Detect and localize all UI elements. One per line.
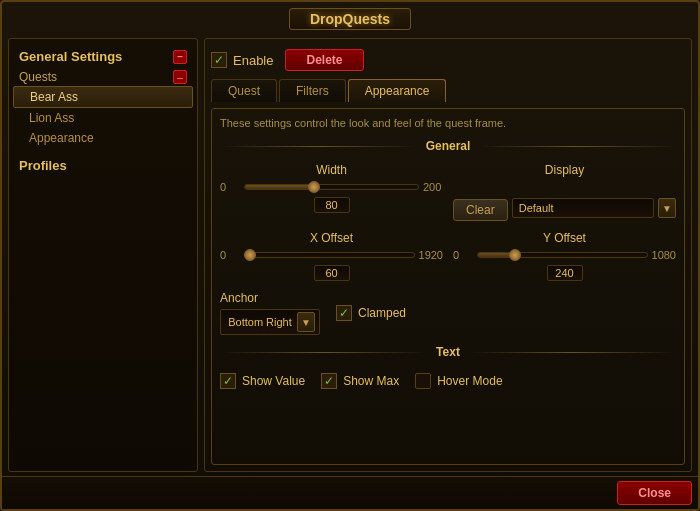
content-area: These settings control the look and feel… [211, 108, 685, 465]
x-offset-min: 0 [220, 249, 240, 261]
enable-label: Enable [233, 53, 273, 68]
tabs-row: Quest Filters Appearance [211, 79, 685, 102]
anchor-label: Anchor [220, 291, 320, 305]
x-offset-slider[interactable] [244, 252, 415, 258]
close-button[interactable]: Close [617, 481, 692, 505]
main-window: DropQuests General Settings – Quests – B… [0, 0, 700, 511]
hover-mode-checkmark [415, 373, 431, 389]
y-offset-value[interactable]: 240 [547, 265, 583, 281]
bottom-bar: Close [2, 476, 698, 509]
display-block: Display Clear Default ▼ [453, 163, 676, 221]
text-section-label: Text [436, 345, 460, 359]
show-value-label: Show Value [242, 374, 305, 388]
y-offset-slider[interactable] [477, 252, 648, 258]
divider-line-left [220, 146, 418, 147]
enable-checkbox[interactable]: ✓ Enable [211, 52, 273, 68]
y-offset-block: Y Offset 0 1080 240 [453, 231, 676, 281]
clear-button[interactable]: Clear [453, 199, 508, 221]
quests-header[interactable]: Quests – [13, 68, 193, 86]
window-title: DropQuests [289, 8, 411, 30]
text-divider-line-right [468, 352, 676, 353]
show-value-checkmark: ✓ [220, 373, 236, 389]
display-select[interactable]: Default [512, 198, 654, 218]
width-label: Width [220, 163, 443, 177]
offsets-row: X Offset 0 1920 60 Y Off [220, 231, 676, 281]
description-text: These settings control the look and feel… [220, 117, 676, 129]
enable-checkmark: ✓ [211, 52, 227, 68]
show-max-label: Show Max [343, 374, 399, 388]
width-slider-track[interactable] [244, 184, 419, 190]
divider-line-right [478, 146, 676, 147]
right-panel: ✓ Enable Delete Quest Filters Appearance [204, 38, 692, 472]
tab-filters[interactable]: Filters [279, 79, 346, 102]
clamped-label: Clamped [358, 306, 406, 320]
collapse-quests-btn[interactable]: – [173, 70, 187, 84]
title-bar: DropQuests [2, 2, 698, 34]
x-offset-max: 1920 [419, 249, 443, 261]
anchor-select-container[interactable]: Bottom Right ▼ [220, 309, 320, 335]
width-display-grid: Width 0 200 80 Display [220, 163, 676, 221]
y-offset-min: 0 [453, 249, 473, 261]
anchor-block: Anchor Bottom Right ▼ [220, 291, 320, 335]
y-offset-label: Y Offset [453, 231, 676, 245]
width-value[interactable]: 80 [314, 197, 350, 213]
clamped-checkbox[interactable]: ✓ Clamped [336, 305, 406, 321]
x-offset-block: X Offset 0 1920 60 [220, 231, 443, 281]
sidebar-item-bear-ass[interactable]: Bear Ass [13, 86, 193, 108]
x-offset-label: X Offset [220, 231, 443, 245]
text-checkboxes-row: ✓ Show Value ✓ Show Max Hover Mode [220, 369, 676, 393]
hover-mode-checkbox[interactable]: Hover Mode [415, 373, 502, 389]
display-label: Display [453, 163, 676, 177]
width-max: 200 [423, 181, 443, 193]
show-value-checkbox[interactable]: ✓ Show Value [220, 373, 305, 389]
anchor-dropdown-arrow[interactable]: ▼ [297, 312, 315, 332]
display-dropdown-arrow[interactable]: ▼ [658, 198, 676, 218]
x-offset-value[interactable]: 60 [314, 265, 350, 281]
sidebar-item-lion-ass[interactable]: Lion Ass [13, 108, 193, 128]
collapse-general-btn[interactable]: – [173, 50, 187, 64]
enable-row: ✓ Enable Delete [211, 45, 685, 79]
sidebar: General Settings – Quests – Bear Ass Lio… [8, 38, 198, 472]
general-section-label: General [426, 139, 471, 153]
tab-quest[interactable]: Quest [211, 79, 277, 102]
show-max-checkbox[interactable]: ✓ Show Max [321, 373, 399, 389]
quests-label: Quests [19, 70, 57, 84]
main-content: General Settings – Quests – Bear Ass Lio… [2, 34, 698, 476]
show-max-checkmark: ✓ [321, 373, 337, 389]
text-section-divider: Text [220, 345, 676, 359]
width-min: 0 [220, 181, 240, 193]
width-block: Width 0 200 80 [220, 163, 443, 221]
sidebar-item-appearance-nested[interactable]: Appearance [13, 128, 193, 148]
general-settings-label: General Settings [19, 49, 122, 64]
quests-group: Quests – Bear Ass Lion Ass Appearance [13, 68, 193, 148]
hover-mode-label: Hover Mode [437, 374, 502, 388]
anchor-value: Bottom Right [225, 316, 295, 328]
display-select-row: Default ▼ [512, 198, 676, 218]
general-section-divider: General [220, 139, 676, 153]
y-offset-max: 1080 [652, 249, 676, 261]
anchor-row: Anchor Bottom Right ▼ ✓ Clamped [220, 291, 676, 335]
text-divider-line-left [220, 352, 428, 353]
tab-appearance[interactable]: Appearance [348, 79, 447, 102]
delete-button[interactable]: Delete [285, 49, 363, 71]
general-settings-header: General Settings – [13, 45, 193, 68]
profiles-label[interactable]: Profiles [13, 152, 193, 175]
clamped-checkmark: ✓ [336, 305, 352, 321]
